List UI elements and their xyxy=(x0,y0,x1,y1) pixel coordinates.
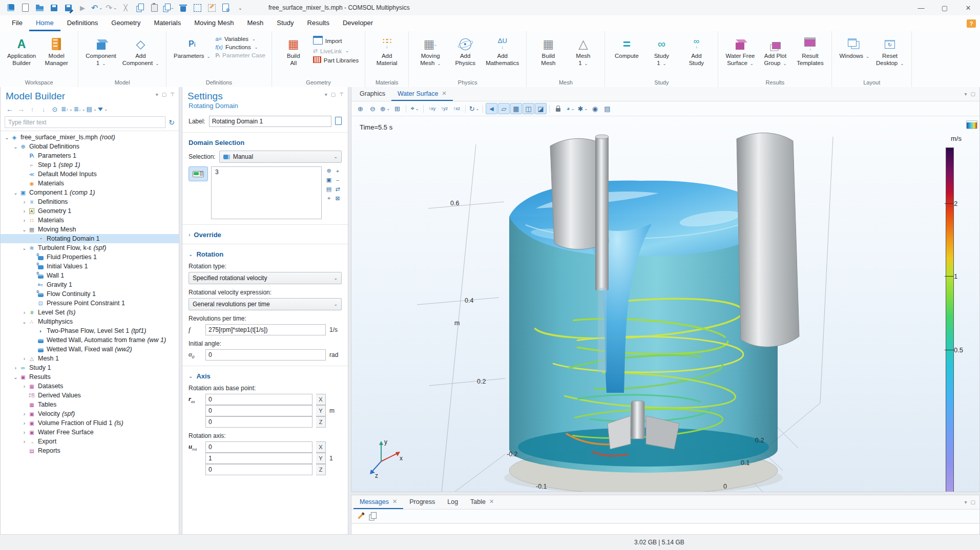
tab-water-surface[interactable]: Water Surface✕ xyxy=(391,87,453,101)
tree-item-component-1[interactable]: ⌄▣Component 1(comp 1) xyxy=(1,188,179,197)
reset-desktop-button[interactable]: ↻ResetDesktop ⌄ xyxy=(872,34,907,68)
collapse-all-button[interactable]: ≣↓⌄ xyxy=(74,104,86,114)
override-section[interactable]: › Override xyxy=(182,231,348,239)
plot-thumbnail-icon[interactable] xyxy=(966,120,977,129)
copy-selection-icon[interactable]: ▣ xyxy=(325,176,333,184)
tree-item-gravity-1[interactable]: D≈Gravity 1 xyxy=(1,280,179,289)
build-mesh-button[interactable]: ▦BuildMesh xyxy=(531,34,566,68)
tree-item-velocity[interactable]: ›▣Velocity(spf) xyxy=(1,409,179,418)
panel-menu-icon[interactable]: ▾ xyxy=(965,91,967,97)
forward-button[interactable]: → xyxy=(16,104,26,114)
copy-button[interactable] xyxy=(133,2,147,14)
add-component-button[interactable]: ◇AddComponent ⌄ xyxy=(119,34,162,68)
rotate-view-icon[interactable]: ↻⌄ xyxy=(468,103,480,114)
tree-item-wetted-wall-fixed-wall[interactable]: Wetted Wall, Fixed wall(ww2) xyxy=(1,345,179,354)
zoom-box-icon[interactable]: ⊕⌄ xyxy=(379,103,391,114)
remove-from-selection-icon[interactable]: − xyxy=(333,176,342,184)
tab-geometry[interactable]: Geometry xyxy=(105,15,147,31)
delete-button[interactable] xyxy=(176,2,190,14)
scene-light-icon[interactable]: ◀ xyxy=(486,103,497,114)
view-yz-icon[interactable]: ↑yz xyxy=(439,103,450,114)
tree-item-materials[interactable]: ◉Materials xyxy=(1,179,179,188)
default-view-icon[interactable]: ⌖⌄ xyxy=(409,103,421,114)
close-icon[interactable]: ✕ xyxy=(956,0,980,15)
expander-icon[interactable]: ⌄ xyxy=(12,144,19,150)
graphics-canvas[interactable]: Time=5.5 s 0.60.40.2m-0.2-0.10.20.10 m/s… xyxy=(351,116,979,492)
clear-selection-icon[interactable]: ⊠ xyxy=(333,194,342,203)
snapshot-icon[interactable]: ◉ xyxy=(589,103,601,114)
expander-icon[interactable]: › xyxy=(21,430,28,435)
move-up-button[interactable]: ↑ xyxy=(27,104,37,114)
close-icon[interactable]: ✕ xyxy=(442,90,446,97)
tree-item-tables[interactable]: ▦Tables xyxy=(1,400,179,409)
close-icon[interactable]: ✕ xyxy=(489,498,494,505)
active-toggle-button[interactable] xyxy=(189,166,208,181)
tree-item-water-free-surface[interactable]: ›▣Water Free Surface xyxy=(1,428,179,437)
coordinate-input-x[interactable] xyxy=(205,394,312,405)
expander-icon[interactable]: ⌄ xyxy=(21,319,28,325)
coordinate-input-x[interactable] xyxy=(205,441,312,453)
tab-results[interactable]: Results xyxy=(301,15,336,31)
filter-button[interactable]: ⌄ xyxy=(98,104,108,114)
component-1-button[interactable]: Component1 ⌄ xyxy=(82,34,119,68)
expander-icon[interactable]: ⌄ xyxy=(4,135,10,140)
duplicate-button[interactable]: → xyxy=(162,2,175,14)
show-button[interactable]: ⊙ xyxy=(50,104,60,114)
tab-graphics[interactable]: Graphics xyxy=(353,87,391,101)
expander-icon[interactable]: ⌄ xyxy=(12,190,19,196)
variables-button[interactable]: a=Variables⌄ xyxy=(215,36,265,42)
tree-item-datasets[interactable]: ›▦Datasets xyxy=(1,382,179,391)
run-button[interactable]: ▶ xyxy=(76,2,89,14)
rpt-input[interactable] xyxy=(205,324,326,335)
expander-icon[interactable]: › xyxy=(21,208,28,214)
rename-icon[interactable] xyxy=(335,117,342,126)
print-icon[interactable]: ▤ xyxy=(601,103,613,114)
tab-materials[interactable]: Materials xyxy=(147,15,187,31)
expander-icon[interactable]: › xyxy=(21,199,28,205)
view-xy-icon[interactable]: ↑xy xyxy=(426,103,438,114)
expander-icon[interactable]: ⌄ xyxy=(12,374,19,380)
tree-item-wetted-wall-automatic-from-frame[interactable]: Wetted Wall, Automatic from frame(ww 1) xyxy=(1,335,179,345)
tree-item-default-model-inputs[interactable]: ≪Default Model Inputs xyxy=(1,170,179,179)
tree-item-two-phase-flow-level-set-1[interactable]: ◗Two-Phase Flow, Level Set 1(tpf1) xyxy=(1,326,179,335)
mesh-1-button[interactable]: △Mesh1 ⌄ xyxy=(566,34,600,68)
panel-pin-icon[interactable]: ⊤ xyxy=(170,92,175,97)
comsol-app-icon[interactable] xyxy=(4,2,17,14)
tree-item-export[interactable]: ›→Export xyxy=(1,437,179,446)
tree-item-free-surface-mixer-ls-mph[interactable]: ⌄◈free_surface_mixer_ls.mph(root) xyxy=(1,133,179,142)
zoom-extents-icon[interactable]: ⊞ xyxy=(391,103,403,114)
tab-table[interactable]: Table✕ xyxy=(464,495,500,509)
expand-all-button[interactable]: ≣↑⌄ xyxy=(61,104,73,114)
panel-float-icon[interactable]: ▢ xyxy=(331,92,336,97)
update-view-icon[interactable]: ✱⌄ xyxy=(577,103,589,114)
paste-selection-icon[interactable]: ▤ xyxy=(325,185,333,194)
tab-home[interactable]: Home xyxy=(29,15,60,31)
tree-item-reports[interactable]: ▤Reports xyxy=(1,446,179,455)
coordinate-input-z[interactable] xyxy=(205,464,312,475)
tree-item-materials[interactable]: ›∷Materials xyxy=(1,216,179,225)
tree-item-wall-1[interactable]: Wall 1 xyxy=(1,271,179,280)
paste-button[interactable] xyxy=(148,2,161,14)
tree-item-initial-values-1[interactable]: Initial Values 1 xyxy=(1,262,179,271)
save-as-button[interactable] xyxy=(61,2,75,14)
expander-icon[interactable]: › xyxy=(21,420,28,426)
show-grid-icon[interactable]: ▦ xyxy=(510,103,522,114)
minimize-icon[interactable]: — xyxy=(909,0,933,15)
save-button[interactable] xyxy=(47,2,60,14)
tree-item-volume-fraction-of-fluid-1[interactable]: ›▣Volume Fraction of Fluid 1(ls) xyxy=(1,418,179,428)
label-input[interactable] xyxy=(209,116,331,127)
highlight-button[interactable] xyxy=(205,2,218,14)
refresh-icon[interactable]: ↻ xyxy=(169,118,175,126)
tab-developer[interactable]: Developer xyxy=(336,15,380,31)
add-mathematics-button[interactable]: ΔU↓AddMathematics xyxy=(483,34,522,68)
tab-log[interactable]: Log xyxy=(441,495,464,509)
coordinate-input-y[interactable] xyxy=(205,453,312,464)
swap-selection-icon[interactable]: ⇄ xyxy=(333,185,342,194)
rve-dropdown[interactable]: General revolutions per time ⌄ xyxy=(189,298,342,310)
open-button[interactable] xyxy=(33,2,46,14)
build-all-button[interactable]: ▦BuildAll xyxy=(276,34,311,68)
copy-log-icon[interactable] xyxy=(367,511,379,522)
tree-item-mesh-1[interactable]: ›△Mesh 1 xyxy=(1,354,179,363)
ia-input[interactable] xyxy=(205,349,326,361)
tree-item-turbulent-flow-k-[interactable]: ⌄≋Turbulent Flow, k-ε(spf) xyxy=(1,243,179,252)
